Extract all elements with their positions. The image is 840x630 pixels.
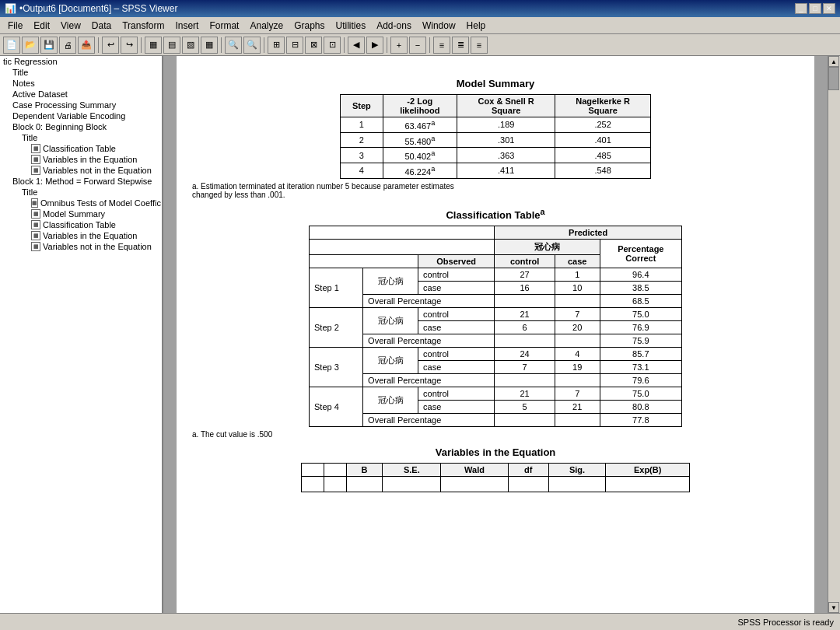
close-button[interactable]: ✕ [823,3,835,14]
step-4: 4 [341,163,383,178]
toolbar-zoom-in[interactable]: + [390,37,408,54]
content-area[interactable]: Model Summary Step -2 Loglikelihood Cox … [163,56,828,613]
minimize-button[interactable]: _ [795,3,807,14]
table-row: Step 4 冠心病 control 21 7 75.0 [310,387,682,400]
classification-table-title: Classification Tablea [192,207,799,221]
toolbar-btn2[interactable]: ▤ [163,37,180,54]
menu-insert[interactable]: Insert [170,19,203,33]
step2-control-label: control [418,307,495,320]
variables-equation-table: B S.E. Wald df Sig. Exp(B) [301,463,690,492]
menu-help[interactable]: Help [462,19,491,33]
step3-control-pct: 85.7 [600,347,681,360]
toolbar-btn5[interactable]: 🔍 [243,37,261,54]
table-icon5: ▦ [31,209,40,219]
step-2: 2 [341,132,383,148]
control-header: control [495,254,555,268]
log-1: 63.467a [383,117,457,133]
nag-1: .252 [555,117,651,133]
nag-3: .485 [555,148,651,163]
toolbar-btn6[interactable]: ⊞ [268,37,285,54]
sidebar-item-variables-not2[interactable]: ▦ Variables not in the Equation [0,241,162,252]
sidebar-item-omnibus[interactable]: ▦ Omnibus Tests of Model Coeffic [0,198,162,208]
sidebar-item-active-dataset[interactable]: Active Dataset [0,89,162,100]
toolbar-export[interactable]: 📤 [78,37,95,54]
step4-control-label: control [418,387,495,400]
cox-2: .301 [457,132,555,148]
menu-window[interactable]: Window [418,19,460,33]
menu-utilities[interactable]: Utilities [331,19,371,33]
toolbar-nav-fwd[interactable]: ▶ [366,37,383,54]
sidebar-item-model-summary[interactable]: ▦ Model Summary [0,208,162,219]
toolbar-find[interactable]: 🔍 [225,37,242,54]
toolbar-nav-back[interactable]: ◀ [348,37,365,54]
sidebar-item-block0[interactable]: Block 0: Beginning Block [0,121,162,132]
step3-case-control: 7 [495,360,555,373]
step2-overall-pct: 75.9 [600,334,681,347]
sidebar-item-class-table1[interactable]: ▦ Classification Table [0,143,162,154]
toolbar-undo[interactable]: ↩ [102,37,119,54]
sidebar-item-case-processing[interactable]: Case Processing Summary [0,100,162,110]
step4-case-case: 21 [555,400,600,413]
sidebar-item-variables-not1[interactable]: ▦ Variables not in the Equation [0,165,162,176]
toolbar-outline1[interactable]: ≡ [433,37,450,54]
toolbar-redo[interactable]: ↪ [121,37,138,54]
status-bar: SPSS Processor is ready [0,613,840,630]
sidebar-item-title2[interactable]: Title [0,132,162,143]
toolbar-btn3[interactable]: ▧ [182,37,199,54]
menu-analyze[interactable]: Analyze [245,19,288,33]
toolbar-btn1[interactable]: ▦ [145,37,162,54]
toolbar-save[interactable]: 💾 [40,37,58,54]
table-icon6: ▦ [31,220,40,229]
toolbar-outline3[interactable]: ≡ [471,37,488,54]
step-1: 1 [341,117,383,133]
toolbar-new[interactable]: 📄 [3,37,20,54]
vertical-scrollbar[interactable]: ▲ ▼ [828,56,840,613]
scroll-down-button[interactable]: ▼ [828,602,839,613]
sidebar-item-notes[interactable]: Notes [0,78,162,89]
sidebar-item-variables-eq1[interactable]: ▦ Variables in the Equation [0,154,162,165]
menu-view[interactable]: View [56,19,86,33]
predicted-header: Predicted [495,226,682,239]
sidebar-item-dependent-variable[interactable]: Dependent Variable Encoding [0,110,162,121]
app-icon: 📊 [5,3,16,14]
observed-header: Observed [418,254,495,268]
sidebar-item-block1[interactable]: Block 1: Method = Forward Stepwise [0,176,162,187]
step4-overall-c [495,413,555,426]
menu-bar: File Edit View Data Transform Insert For… [0,17,840,34]
step2-overall-case [555,334,600,347]
toolbar-btn9[interactable]: ⊡ [324,37,341,54]
main-area: tic Regression Title Notes Active Datase… [0,56,840,613]
sidebar-item-regression[interactable]: tic Regression [0,56,162,67]
maximize-button[interactable]: □ [809,3,821,14]
menu-edit[interactable]: Edit [29,19,54,33]
scroll-up-button[interactable]: ▲ [828,56,839,67]
step2-control-pct: 75.0 [600,307,681,320]
step3-control-label: control [418,347,495,360]
sidebar-item-class-table2[interactable]: ▦ Classification Table [0,219,162,230]
toolbar-print[interactable]: 🖨 [59,37,76,54]
scroll-thumb[interactable] [828,67,839,90]
sidebar[interactable]: tic Regression Title Notes Active Datase… [0,56,163,613]
menu-file[interactable]: File [3,19,27,33]
toolbar-btn7[interactable]: ⊟ [286,37,303,54]
classification-table: Predicted 冠心病 PercentageCorrect Observed… [309,226,682,427]
step4-case-label: case [418,400,495,413]
table-row: Step 2 冠心病 control 21 7 75.0 [310,307,682,320]
menu-format[interactable]: Format [205,19,243,33]
toolbar-open[interactable]: 📂 [22,37,39,54]
step3-case-pct: 73.1 [600,360,681,373]
menu-addons[interactable]: Add-ons [372,19,416,33]
step4-control-pct: 75.0 [600,387,681,400]
menu-data[interactable]: Data [87,19,116,33]
toolbar-outline2[interactable]: ≣ [452,37,469,54]
sidebar-item-variables-eq2[interactable]: ▦ Variables in the Equation [0,230,162,241]
toolbar-btn8[interactable]: ⊠ [305,37,322,54]
menu-transform[interactable]: Transform [117,19,169,33]
menu-graphs[interactable]: Graphs [289,19,329,33]
table-row: Step 3 冠心病 control 24 4 85.7 [310,347,682,360]
toolbar-zoom-out[interactable]: − [409,37,426,54]
sidebar-item-title1[interactable]: Title [0,67,162,78]
cox-header: Cox & Snell RSquare [457,95,555,117]
sidebar-item-title3[interactable]: Title [0,187,162,198]
toolbar-btn4[interactable]: ▦ [201,37,218,54]
